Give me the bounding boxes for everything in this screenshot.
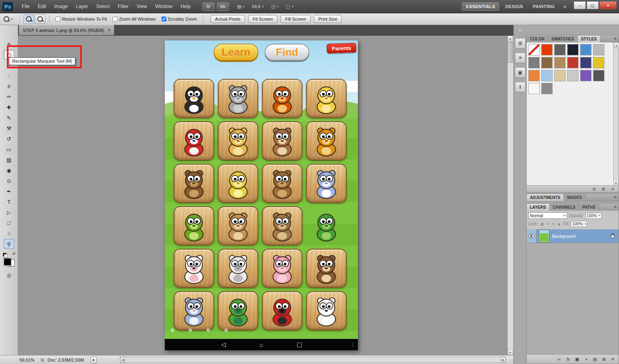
clear-style-button[interactable]: ⊘ (591, 187, 597, 191)
tool-preset-picker[interactable]: ▾ (0, 16, 16, 22)
close-button[interactable]: ✕ (600, 1, 617, 9)
new-style-button[interactable]: ⊞ (601, 187, 606, 191)
style-swatch-11[interactable] (593, 57, 604, 68)
fill-screen-button[interactable]: Fill Screen (281, 15, 311, 23)
tab-adjustments[interactable]: ADJUSTMENTS (527, 194, 564, 201)
mini-bridge-button[interactable]: Mb (217, 2, 229, 11)
adjustment-layer-button[interactable]: ◑ (583, 357, 589, 362)
zoom-out-button[interactable]: − (35, 15, 45, 24)
zoom-level-dropdown[interactable]: 59,6▾ (250, 3, 265, 11)
open-document-image[interactable]: Learn Find Parents ✿ ✿ ✿ ✿ ◁⌂▢ ⋮ (165, 40, 358, 350)
print-size-button[interactable]: Print Size (314, 15, 342, 23)
layer-style-button[interactable]: fx (566, 357, 571, 362)
tab-styles[interactable]: STYLES (578, 36, 600, 42)
visibility-toggle[interactable] (527, 229, 536, 243)
zoom-all-windows-checkbox[interactable]: Zoom All Windows (113, 17, 155, 21)
actual-pixels-button[interactable]: Actual Pixels (211, 15, 245, 23)
checkbox-input[interactable] (113, 17, 117, 21)
collapse-panels-button[interactable]: « (519, 27, 521, 33)
scrollbar-thumb[interactable] (508, 42, 513, 63)
dodge-tool[interactable]: ⊙ (4, 176, 14, 186)
screen-mode-button[interactable]: ▢▾ (284, 3, 295, 11)
style-swatch-15[interactable] (567, 70, 579, 81)
minimize-button[interactable]: – (574, 1, 586, 9)
workspace-overflow-icon[interactable]: » (558, 3, 571, 10)
lock-position-icon[interactable]: ✛ (551, 222, 556, 226)
scroll-up-arrow[interactable]: ▲ (508, 36, 513, 41)
restore-button[interactable]: ◱ (587, 1, 599, 9)
fit-screen-button[interactable]: Fit Screen (248, 15, 277, 23)
tab-swatches[interactable]: SWATCHES (548, 36, 578, 42)
menu-file[interactable]: File (18, 0, 34, 13)
tab-channels[interactable]: CHANNELS (550, 204, 579, 211)
layer-mask-button[interactable]: ▣ (574, 357, 580, 362)
dock-panel-icon-1[interactable]: ⊞ (515, 38, 525, 49)
resize-windows-to-fit-checkbox[interactable]: Resize Windows To Fit (55, 17, 107, 21)
style-swatch-10[interactable] (580, 57, 591, 68)
zoom-in-button[interactable]: + (23, 15, 34, 24)
history-brush-tool[interactable]: ↺ (4, 134, 14, 144)
menu-filter[interactable]: Filter (114, 0, 133, 13)
layer-group-button[interactable]: ▤ (592, 357, 598, 362)
checkbox-input[interactable] (162, 17, 166, 21)
style-swatch-12[interactable] (528, 70, 540, 81)
style-swatch-1[interactable] (541, 44, 553, 55)
swap-colors-icon[interactable]: ⇄ (12, 252, 15, 256)
link-layers-button[interactable]: ∞ (557, 357, 562, 362)
canvas-area[interactable]: Learn Find Parents ✿ ✿ ✿ ✿ ◁⌂▢ ⋮ (18, 36, 507, 355)
zoom-tool[interactable]: ⚲ (4, 239, 14, 249)
style-swatch-8[interactable] (554, 57, 566, 68)
lock-transparency-icon[interactable]: ▦ (540, 222, 545, 226)
rectangle-tool[interactable]: □ (4, 218, 14, 228)
workspace-design[interactable]: DESIGN (502, 3, 527, 10)
menu-view[interactable]: View (132, 0, 151, 13)
style-swatch-18[interactable] (528, 83, 540, 94)
style-swatch-4[interactable] (580, 44, 591, 55)
panel-menu-icon[interactable]: ≡ (614, 36, 617, 41)
document-tab[interactable]: STEP 3 animals 1.png @ 59,6% (RGB/8) × (19, 25, 115, 35)
menu-edit[interactable]: Edit (34, 0, 50, 13)
style-swatch-17[interactable] (593, 70, 604, 81)
style-swatch-0[interactable] (528, 44, 540, 55)
panel-menu-icon[interactable]: ≡ (614, 204, 617, 209)
bridge-button[interactable]: Br (202, 2, 215, 11)
clone-stamp-tool[interactable]: ⚒ (4, 123, 14, 133)
arrange-documents-button[interactable]: ◫▾ (269, 3, 280, 11)
scroll-left-arrow[interactable]: ◀ (120, 357, 126, 362)
menu-image[interactable]: Image (50, 0, 72, 13)
style-swatch-16[interactable] (580, 70, 591, 81)
lock-pixels-icon[interactable]: ✎ (545, 222, 550, 226)
dock-panel-icon-4[interactable]: ℹ (515, 82, 525, 92)
delete-layer-button[interactable]: ✕ (610, 357, 615, 362)
style-swatch-13[interactable] (541, 70, 553, 81)
zoom-level-field[interactable]: 59,61% (19, 358, 37, 362)
horizontal-scrollbar[interactable]: ◀ ▶ (120, 357, 506, 363)
menu-window[interactable]: Window (151, 0, 177, 13)
style-swatch-6[interactable] (528, 57, 540, 68)
scroll-right-arrow[interactable]: ▶ (500, 357, 506, 362)
eyedropper-tool[interactable]: ✑ (4, 92, 14, 102)
tab-layers[interactable]: LAYERS (527, 204, 550, 211)
path-selection-tool[interactable]: ▷ (4, 207, 14, 217)
vertical-scrollbar[interactable]: ▲ ▼ (507, 36, 513, 355)
view-extras-button[interactable]: ▤▾ (236, 3, 246, 11)
style-swatch-2[interactable] (554, 44, 566, 55)
brush-tool[interactable]: ✎ (4, 113, 14, 123)
styles-scrollbar[interactable]: ▲ ▼ (613, 42, 619, 186)
new-layer-button[interactable]: ⊞ (601, 357, 606, 362)
menu-layer[interactable]: Layer (72, 0, 92, 13)
blur-tool[interactable]: ◉ (4, 165, 14, 175)
scrubby-zoom-checkbox[interactable]: Scrubby Zoom (162, 17, 197, 21)
eraser-tool[interactable]: ▭ (4, 144, 14, 154)
spot-healing-brush-tool[interactable]: ✚ (4, 102, 14, 112)
style-swatch-5[interactable] (593, 44, 604, 55)
default-colors-icon[interactable] (3, 253, 8, 258)
checkbox-input[interactable] (55, 17, 60, 21)
type-tool[interactable]: T (4, 197, 14, 207)
workspace-essentials[interactable]: ESSENTIALS (462, 2, 499, 11)
scroll-up-arrow[interactable]: ▲ (614, 42, 619, 48)
pen-tool[interactable]: ✒ (4, 186, 14, 196)
status-flyout-button[interactable]: ▶ (90, 357, 97, 363)
style-swatch-19[interactable] (541, 83, 553, 94)
style-swatch-7[interactable] (541, 57, 553, 68)
